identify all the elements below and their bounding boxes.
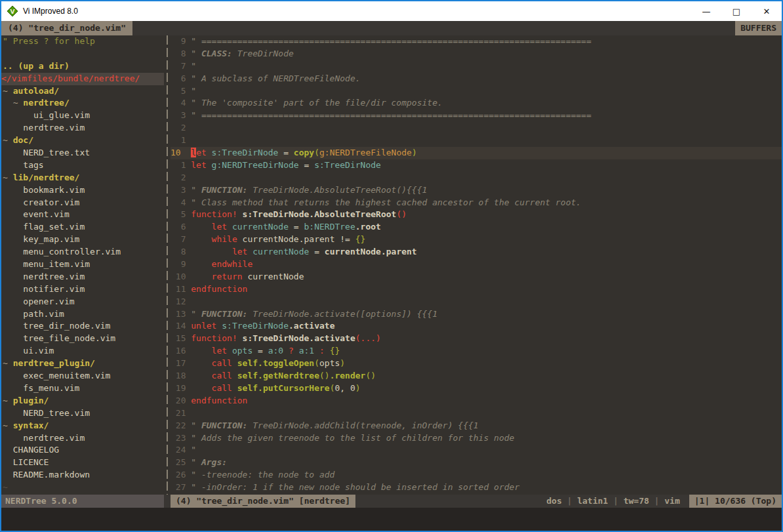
tree-item[interactable]: notifier.vim <box>1 283 164 296</box>
tree-item[interactable]: .. (up a dir) <box>1 60 164 73</box>
code-line[interactable]: 1let g:NERDTreeDirNode = s:TreeDirNode <box>171 159 782 172</box>
code-line[interactable]: 7" <box>171 60 782 73</box>
status-gap <box>164 495 171 508</box>
line-number: 4 <box>171 197 191 209</box>
close-button[interactable]: ✕ <box>752 1 782 21</box>
tree-item[interactable]: nerdtree.vim <box>1 271 164 283</box>
maximize-button[interactable]: □ <box>721 1 752 21</box>
code-line[interactable]: 7 while currentNode.parent != {} <box>171 234 782 246</box>
code-line[interactable]: 24" <box>171 444 782 457</box>
code-line[interactable]: 10 return currentNode <box>171 271 782 283</box>
code-line[interactable]: 6 let currentNode = b:NERDTree.root <box>171 221 782 234</box>
nerdtree-sidebar: " Press ? for help .. (up a dir)</vimfil… <box>1 35 164 495</box>
code-line[interactable]: 26" -treenode: the node to add <box>171 469 782 481</box>
tree-item[interactable]: ~ lib/nerdtree/ <box>1 172 164 184</box>
line-number: 7 <box>171 60 191 73</box>
code-line[interactable]: 5" <box>171 85 782 98</box>
tree-item[interactable]: ~ syntax/ <box>1 420 164 432</box>
tree-item[interactable]: " Press ? for help <box>1 35 164 48</box>
line-number: 1 <box>171 134 191 147</box>
code-line[interactable]: 17 call self.toggleOpen(opts) <box>171 358 782 370</box>
code-line[interactable]: 1 <box>171 134 782 147</box>
tree-item[interactable]: creator.vim <box>1 197 164 209</box>
code-line[interactable]: 20endfunction <box>171 395 782 407</box>
tree-item[interactable]: ~ nerdtree_plugin/ <box>1 358 164 370</box>
tabline-spacer <box>132 21 735 35</box>
editor-main: " Press ? for help .. (up a dir)</vimfil… <box>1 35 782 495</box>
line-number: 5 <box>171 209 191 221</box>
code-line[interactable]: 5function! s:TreeDirNode.AbsoluteTreeRoo… <box>171 209 782 221</box>
code-line[interactable]: 21 <box>171 407 782 420</box>
code-line[interactable]: 2 <box>171 122 782 134</box>
tree-item[interactable]: ~ autoload/ <box>1 85 164 98</box>
code-line[interactable]: 15function! s:TreeDirNode.activate(...) <box>171 333 782 345</box>
code-line[interactable]: 16 let opts = a:0 ? a:1 : {} <box>171 345 782 358</box>
tree-item[interactable]: CHANGELOG <box>1 444 164 457</box>
tree-item <box>1 48 164 60</box>
code-line[interactable]: 23" Adds the given treenode to the list … <box>171 432 782 445</box>
line-number: 16 <box>171 345 191 358</box>
tree-item[interactable]: path.vim <box>1 308 164 321</box>
line-number: 8 <box>171 48 191 60</box>
tree-item[interactable]: ~ doc/ <box>1 134 164 147</box>
code-line[interactable]: 13" FUNCTION: TreeDirNode.activate([opti… <box>171 308 782 321</box>
tree-item[interactable]: NERD_tree.txt <box>1 147 164 159</box>
code-line[interactable]: 6" A subclass of NERDTreeFileNode. <box>171 73 782 85</box>
tree-item[interactable]: ui.vim <box>1 345 164 358</box>
tree-item[interactable]: LICENCE <box>1 457 164 469</box>
tree-item[interactable]: opener.vim <box>1 296 164 308</box>
code-line[interactable]: 9" =====================================… <box>171 35 782 48</box>
tree-root-path[interactable]: </vimfiles/bundle/nerdtree/ <box>1 73 164 85</box>
code-line[interactable]: 10let s:TreeDirNode = copy(g:NERDTreeFil… <box>171 147 782 159</box>
tree-item[interactable]: ~ nerdtree/ <box>1 97 164 110</box>
tree-item[interactable]: tree_dir_node.vim <box>1 320 164 333</box>
line-number: 13 <box>171 308 191 321</box>
code-line[interactable]: 3" =====================================… <box>171 110 782 122</box>
line-number: 5 <box>171 85 191 98</box>
tree-item[interactable]: event.vim <box>1 209 164 221</box>
code-line[interactable]: 19 call self.putCursorHere(0, 0) <box>171 382 782 395</box>
code-line[interactable]: 25" Args: <box>171 457 782 469</box>
code-line[interactable]: 9 endwhile <box>171 258 782 271</box>
tree-item[interactable]: nerdtree.vim <box>1 122 164 134</box>
tree-item[interactable]: ui_glue.vim <box>1 110 164 122</box>
tree-item[interactable]: bookmark.vim <box>1 184 164 197</box>
status-flags: dos | latin1 | tw=78 | vim <box>355 495 689 508</box>
code-line[interactable]: 4" Class method that returns the highest… <box>171 197 782 209</box>
tree-item[interactable]: ~ plugin/ <box>1 395 164 407</box>
tree-item[interactable]: exec_menuitem.vim <box>1 370 164 382</box>
code-line[interactable]: 3" FUNCTION: TreeDirNode.AbsoluteTreeRoo… <box>171 184 782 197</box>
code-line[interactable]: 22" FUNCTION: TreeDirNode.addChild(treen… <box>171 420 782 432</box>
tree-item[interactable]: menu_controller.vim <box>1 246 164 258</box>
tree-item[interactable]: tags <box>1 159 164 172</box>
tree-item[interactable]: README.markdown <box>1 469 164 481</box>
code-line[interactable]: 27" -inOrder: 1 if the new node should b… <box>171 481 782 494</box>
line-number: 22 <box>171 420 191 432</box>
line-number: 3 <box>171 110 191 122</box>
tree-item[interactable]: nerdtree.vim <box>1 432 164 445</box>
minimize-button[interactable]: — <box>691 1 721 21</box>
code-line[interactable]: 8" CLASS: TreeDirNode <box>171 48 782 60</box>
code-line[interactable]: 2 <box>171 172 782 184</box>
line-number: 17 <box>171 358 191 370</box>
tree-item[interactable]: key_map.vim <box>1 234 164 246</box>
window-split-separator[interactable] <box>164 35 171 495</box>
code-line[interactable]: 8 let currentNode = currentNode.parent <box>171 246 782 258</box>
tree-item[interactable]: fs_menu.vim <box>1 382 164 395</box>
tab-tree-dir-node[interactable]: (4) "tree_dir_node.vim" <box>1 21 132 35</box>
tree-item[interactable]: NERD_tree.vim <box>1 407 164 420</box>
code-line[interactable]: 4" The 'composite' part of the file/dir … <box>171 97 782 110</box>
window-title: Vi IMproved 8.0 <box>23 7 78 16</box>
code-line[interactable]: 12 <box>171 296 782 308</box>
code-line[interactable]: 14unlet s:TreeDirNode.activate <box>171 320 782 333</box>
code-line[interactable]: 11endfunction <box>171 283 782 296</box>
code-area[interactable]: 9" =====================================… <box>171 35 782 495</box>
buffers-label: BUFFERS <box>735 21 782 35</box>
cursor-position-status: |1| 10/636 (Top) <box>689 495 782 508</box>
line-number: 20 <box>171 395 191 407</box>
tree-item[interactable]: tree_file_node.vim <box>1 333 164 345</box>
code-line[interactable]: 18 call self.getNerdtree().render() <box>171 370 782 382</box>
tree-item[interactable]: flag_set.vim <box>1 221 164 234</box>
tree-item[interactable]: menu_item.vim <box>1 258 164 271</box>
line-number: 11 <box>171 283 191 296</box>
